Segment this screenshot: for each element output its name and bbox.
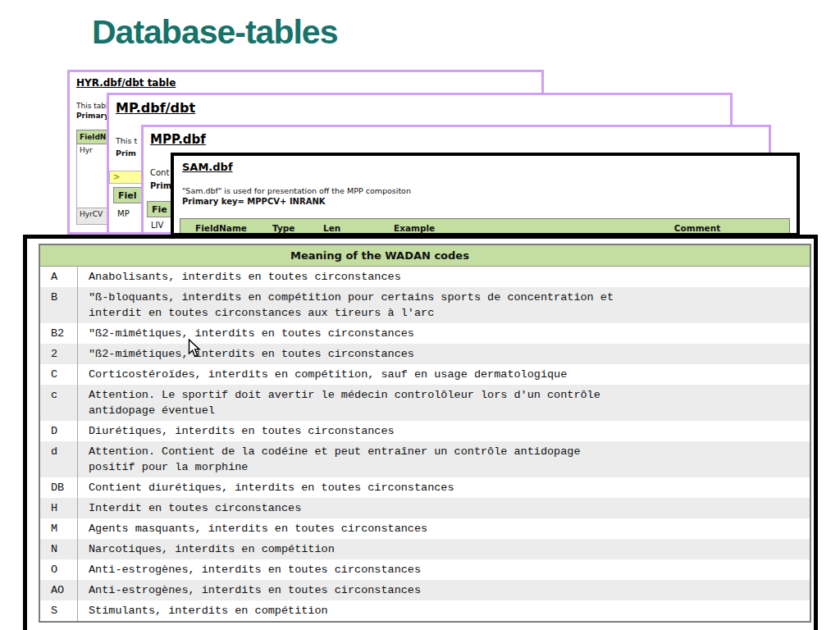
wadan-table: Meaning of the WADAN codes AAnabolisants… <box>39 244 811 623</box>
table-row: B"ß-bloquants, interdits en compétition … <box>40 287 810 323</box>
mp-field-cell: MP <box>117 209 130 218</box>
column-header: Len <box>323 223 394 233</box>
meaning-cell: Attention. Contient de la codéine et peu… <box>78 441 810 477</box>
page-title: Database-tables <box>92 13 337 52</box>
mpp-primary-key-text: Prim <box>150 181 171 190</box>
table-row: NNarcotiques, interdits en compétition <box>40 539 810 559</box>
meaning-cell: Anti-estrogènes, interdits en toutes cir… <box>78 559 810 580</box>
code-cell: DB <box>40 477 78 498</box>
meaning-cell: Attention. Le sportif doit avertir le mé… <box>78 385 810 421</box>
code-cell: d <box>40 441 78 477</box>
meaning-cell: Narcotiques, interdits en compétition <box>78 539 810 559</box>
table-row: 2"ß2-mimétiques, interdits en toutes cir… <box>40 344 810 364</box>
meaning-cell: Interdit en toutes circonstances <box>78 498 810 518</box>
table-row: SStimulants, interdits en compétition <box>40 600 810 621</box>
code-cell: c <box>40 385 78 421</box>
meaning-cell: Anti-estrogènes, interdits en toutes cir… <box>78 580 810 600</box>
code-cell: S <box>40 600 78 621</box>
code-cell: B <box>40 287 78 323</box>
slide: Database-tables HYR.dbf/dbt table This t… <box>0 0 840 630</box>
table-row: B2"ß2-mimétiques, interdits en toutes ci… <box>40 323 810 344</box>
code-cell: C <box>40 364 78 385</box>
meaning-cell: Agents masquants, interdits en toutes ci… <box>78 518 810 539</box>
code-cell: A <box>40 267 78 287</box>
code-cell: B2 <box>40 323 78 344</box>
code-cell: H <box>40 498 78 518</box>
column-header: Type <box>272 223 323 233</box>
meaning-cell: Diurétiques, interdits en toutes circons… <box>78 421 810 441</box>
table-row: DBContient diurétiques, interdits en tou… <box>40 477 810 498</box>
meaning-cell: Stimulants, interdits en compétition <box>78 600 810 621</box>
column-header: Comment <box>605 223 789 233</box>
mpp-body-text: Cont <box>150 168 169 177</box>
sam-body-text: "Sam.dbf" is used for presentation off t… <box>182 186 411 195</box>
mouse-cursor-icon <box>188 339 203 363</box>
sam-table-header-row: FieldNameTypeLenExampleComment <box>180 218 790 236</box>
code-cell: O <box>40 559 78 580</box>
window-wadan: Meaning of the WADAN codes AAnabolisants… <box>23 235 818 630</box>
mpp-field-cell: LIV <box>151 221 163 230</box>
hyr-title-link[interactable]: HYR.dbf/dbt table <box>76 77 176 89</box>
sam-title-link[interactable]: SAM.dbf <box>182 161 233 173</box>
column-header: Example <box>394 223 605 233</box>
meaning-cell: Anabolisants, interdits en toutes circon… <box>78 267 810 287</box>
table-row: HInterdit en toutes circonstances <box>40 498 810 518</box>
table-row: DDiurétiques, interdits en toutes circon… <box>40 421 810 441</box>
column-header: FieldName <box>195 223 272 233</box>
code-cell: D <box>40 421 78 441</box>
code-cell: M <box>40 518 78 539</box>
mpp-title-link[interactable]: MPP.dbf <box>150 132 206 147</box>
code-cell: N <box>40 539 78 559</box>
meaning-cell: Contient diurétiques, interdits en toute… <box>78 477 810 498</box>
wadan-table-title: Meaning of the WADAN codes <box>40 245 810 267</box>
table-row: dAttention. Contient de la codéine et pe… <box>40 441 810 477</box>
mp-title-link[interactable]: MP.dbf/dbt <box>116 100 195 116</box>
window-sam: SAM.dbf "Sam.dbf" is used for presentati… <box>171 153 800 236</box>
sam-primary-key-text: Primary key= MPPCV+ INRANK <box>182 197 326 206</box>
code-cell: 2 <box>40 344 78 364</box>
meaning-cell: "ß-bloquants, interdits en compétition p… <box>78 287 810 323</box>
mp-body-text: This t <box>116 136 137 145</box>
table-row: cAttention. Le sportif doit avertir le m… <box>40 385 810 421</box>
table-row: MAgents masquants, interdits en toutes c… <box>40 518 810 539</box>
table-row: CCorticostéroïdes, interdits en compétit… <box>40 364 810 385</box>
table-row: AAnabolisants, interdits en toutes circo… <box>40 267 810 287</box>
hyr-primary-key-text: Primary <box>76 112 109 120</box>
table-row: OAnti-estrogènes, interdits en toutes ci… <box>40 559 810 580</box>
table-row: AOAnti-estrogènes, interdits en toutes c… <box>40 580 810 600</box>
meaning-cell: Corticostéroïdes, interdits en compétiti… <box>78 364 810 385</box>
code-cell: AO <box>40 580 78 600</box>
mp-primary-key-text: Prim <box>116 148 136 158</box>
wadan-table-body: AAnabolisants, interdits en toutes circo… <box>40 267 810 621</box>
